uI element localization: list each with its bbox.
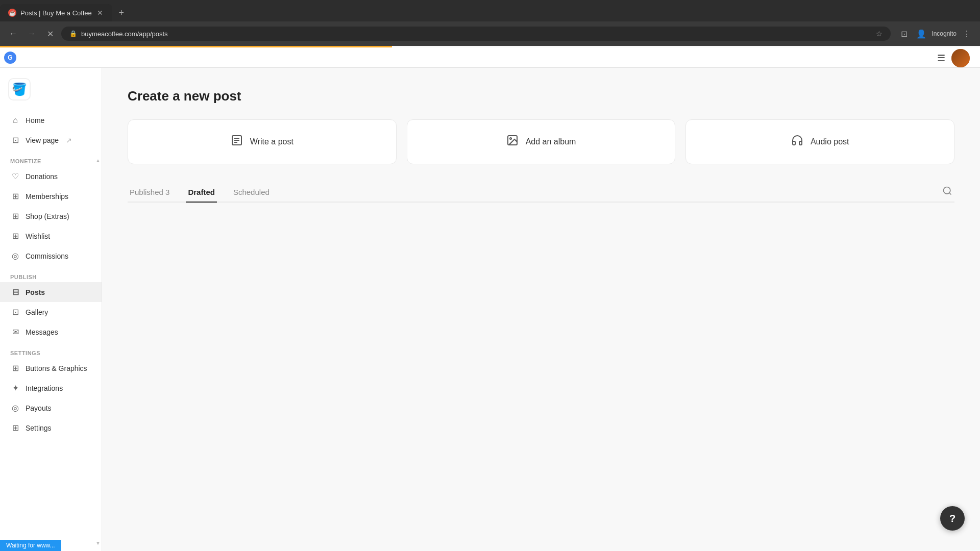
nav-back-button[interactable]: ←	[6, 27, 20, 41]
cast-icon[interactable]: ⊡	[897, 27, 911, 41]
sidebar-item-wishlist[interactable]: ⊞ Wishlist	[0, 226, 102, 246]
posts-icon: ⊟	[10, 287, 20, 297]
write-post-card[interactable]: Write a post	[128, 119, 397, 164]
address-lock-icon: 🔒	[69, 30, 77, 37]
add-album-label: Add an album	[526, 137, 576, 146]
tab-bar: ☕ Posts | Buy Me a Coffee ✕ +	[0, 0, 980, 21]
gallery-icon: ⊡	[10, 307, 20, 317]
address-bar[interactable]: 🔒 buymeacoffee.com/app/posts ☆	[61, 27, 891, 41]
shop-icon: ⊞	[10, 211, 20, 221]
sidebar-posts-label: Posts	[26, 288, 45, 296]
sidebar-item-messages[interactable]: ✉ Messages	[0, 322, 102, 342]
app-wrapper: 🪣 ⌂ Home ⊡ View page ↗ MONETIZE ♡ Donati…	[0, 68, 980, 551]
sidebar-donations-label: Donations	[26, 172, 58, 181]
tab-published[interactable]: Published 3	[128, 183, 172, 202]
section-label-settings: SETTINGS	[0, 342, 102, 358]
view-page-icon: ⊡	[10, 135, 20, 145]
sidebar-item-shop[interactable]: ⊞ Shop (Extras)	[0, 206, 102, 226]
tab-drafted[interactable]: Drafted	[186, 183, 217, 202]
active-tab[interactable]: ☕ Posts | Buy Me a Coffee ✕	[0, 4, 112, 21]
sidebar-integrations-label: Integrations	[26, 384, 63, 392]
sidebar-memberships-label: Memberships	[26, 192, 68, 201]
new-tab-button[interactable]: +	[114, 6, 129, 20]
profile-icon[interactable]: 👤	[914, 27, 928, 41]
google-icon[interactable]: G	[4, 52, 16, 64]
messages-icon: ✉	[10, 327, 20, 337]
sidebar-item-memberships[interactable]: ⊞ Memberships	[0, 186, 102, 206]
audio-post-card[interactable]: Audio post	[685, 119, 954, 164]
tab-search-icon[interactable]	[940, 184, 954, 201]
status-text: Waiting for www...	[6, 542, 55, 549]
svg-point-5	[510, 138, 511, 139]
home-icon: ⌂	[10, 116, 20, 125]
status-bar: Waiting for www...	[0, 540, 61, 551]
tabs-bar: Published 3 Drafted Scheduled	[128, 183, 954, 203]
empty-content-area	[128, 215, 954, 368]
svg-point-6	[944, 187, 950, 194]
commissions-icon: ◎	[10, 251, 20, 261]
buttons-graphics-icon: ⊞	[10, 363, 20, 373]
sidebar-wishlist-label: Wishlist	[26, 232, 50, 240]
tab-title: Posts | Buy Me a Coffee	[20, 9, 92, 17]
settings-icon: ⊞	[10, 423, 20, 433]
write-post-icon	[231, 134, 243, 149]
hamburger-menu-icon[interactable]: ☰	[937, 53, 945, 64]
sidebar-item-donations[interactable]: ♡ Donations	[0, 166, 102, 186]
app-header-icons: ☰	[937, 49, 970, 67]
page-title: Create a new post	[128, 88, 954, 104]
sidebar-item-commissions[interactable]: ◎ Commissions	[0, 246, 102, 266]
sidebar-item-settings[interactable]: ⊞ Settings	[0, 418, 102, 438]
main-content: Create a new post Write a post	[102, 68, 980, 551]
help-button[interactable]: ?	[940, 506, 965, 531]
sidebar-item-view-page[interactable]: ⊡ View page ↗	[0, 130, 102, 150]
add-album-icon	[506, 134, 519, 149]
sidebar-logo[interactable]: 🪣	[0, 68, 102, 111]
svg-line-7	[949, 193, 951, 195]
address-url: buymeacoffee.com/app/posts	[81, 30, 872, 38]
sidebar-scroll-down[interactable]: ▼	[95, 540, 101, 546]
wishlist-icon: ⊞	[10, 231, 20, 241]
section-label-monetize: MONETIZE	[0, 150, 102, 166]
sidebar-item-payouts[interactable]: ◎ Payouts	[0, 398, 102, 418]
memberships-icon: ⊞	[10, 191, 20, 201]
tab-favicon: ☕	[8, 9, 16, 17]
donations-icon: ♡	[10, 171, 20, 181]
browser-toolbar: ← → ✕ 🔒 buymeacoffee.com/app/posts ☆ ⊡ 👤…	[0, 21, 980, 46]
avatar-image	[951, 49, 970, 67]
sidebar-view-page-label: View page	[26, 136, 59, 144]
external-link-icon: ↗	[66, 136, 72, 144]
sidebar-item-posts[interactable]: ⊟ Posts	[0, 282, 102, 302]
sidebar-home-label: Home	[26, 116, 44, 124]
help-icon: ?	[949, 513, 955, 524]
incognito-label: Incognito	[932, 30, 957, 37]
sidebar-gallery-label: Gallery	[26, 308, 48, 316]
address-star-icon[interactable]: ☆	[876, 30, 883, 38]
sidebar: 🪣 ⌂ Home ⊡ View page ↗ MONETIZE ♡ Donati…	[0, 68, 102, 551]
write-post-label: Write a post	[250, 137, 293, 146]
sidebar-commissions-label: Commissions	[26, 252, 68, 260]
sidebar-item-gallery[interactable]: ⊡ Gallery	[0, 302, 102, 322]
nav-forward-button[interactable]: →	[24, 27, 39, 41]
section-label-publish: PUBLISH	[0, 266, 102, 282]
sidebar-shop-label: Shop (Extras)	[26, 212, 69, 220]
tab-close-icon[interactable]: ✕	[96, 9, 104, 17]
sidebar-scrollable: ⌂ Home ⊡ View page ↗ MONETIZE ♡ Donation…	[0, 111, 102, 551]
toolbar-icons: ⊡ 👤 Incognito ⋮	[897, 27, 974, 41]
sidebar-messages-label: Messages	[26, 328, 58, 336]
audio-post-label: Audio post	[811, 137, 849, 146]
sidebar-buttons-graphics-label: Buttons & Graphics	[26, 364, 87, 372]
sidebar-item-home[interactable]: ⌂ Home	[0, 111, 102, 130]
sidebar-item-buttons-graphics[interactable]: ⊞ Buttons & Graphics	[0, 358, 102, 378]
sidebar-scroll-up[interactable]: ▲	[95, 158, 101, 163]
menu-dots-icon[interactable]: ⋮	[960, 27, 974, 41]
nav-reload-button[interactable]: ✕	[43, 27, 57, 41]
tab-scheduled[interactable]: Scheduled	[231, 183, 272, 202]
create-cards-row: Write a post Add an album	[128, 119, 954, 164]
payouts-icon: ◎	[10, 403, 20, 413]
logo-icon: 🪣	[8, 78, 31, 101]
add-album-card[interactable]: Add an album	[407, 119, 676, 164]
sidebar-item-integrations[interactable]: ✦ Integrations	[0, 378, 102, 398]
avatar[interactable]	[951, 49, 970, 67]
audio-post-icon	[791, 134, 803, 149]
integrations-icon: ✦	[10, 383, 20, 393]
